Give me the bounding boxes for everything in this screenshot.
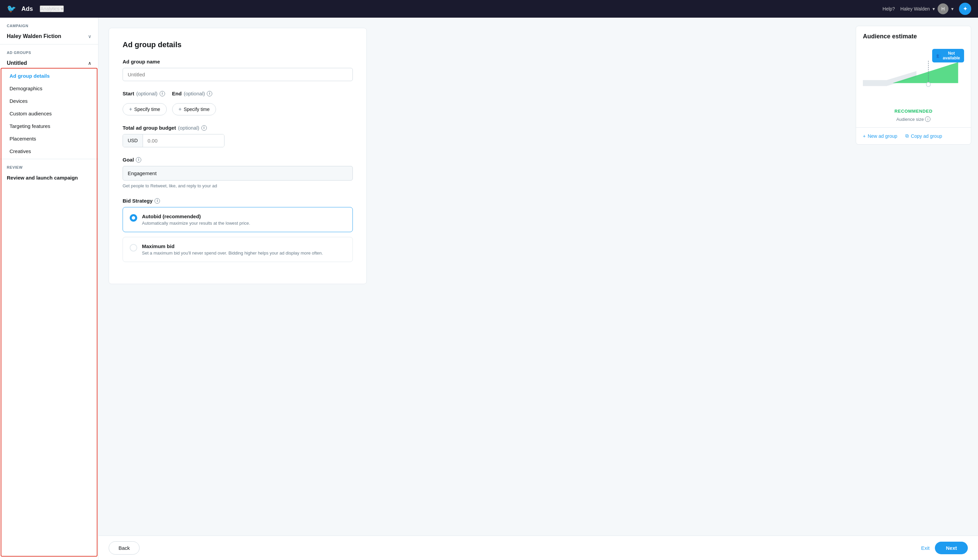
sidebar-nav-label: Creatives [10,148,31,154]
bid-strategy-info-icon[interactable]: i [155,198,160,203]
sidebar-item-ad-group-details[interactable]: Ad group details [0,70,98,82]
recommended-label: RECOMMENDED [863,108,964,114]
sidebar: CAMPAIGN Haley Walden Fiction ∨ AD GROUP… [0,18,98,560]
max-bid-title: Maximum bid [142,243,323,249]
sidebar-nav-label: Placements [10,136,36,142]
start-info-icon[interactable]: i [160,91,165,97]
compose-button[interactable]: ✦ [959,3,971,15]
new-ad-group-button[interactable]: + New ad group [863,133,897,139]
new-ad-group-label: New ad group [868,133,897,139]
sidebar-nav-label: Demographics [10,85,42,91]
sidebar-item-custom-audiences[interactable]: Custom audiences [0,107,98,120]
sidebar-nav-label: Devices [10,98,27,104]
end-specify-time-button[interactable]: + Specify time [172,103,216,115]
twitter-logo-icon: 🐦 [7,4,16,13]
app-name-label: Ads [22,5,33,13]
back-button[interactable]: Back [108,541,140,555]
campaign-name: Haley Walden Fiction [7,33,61,39]
sidebar-item-creatives[interactable]: Creatives [0,145,98,157]
copy-ad-group-label: Copy ad group [911,133,942,139]
main-content: Ad group details Ad group name Start (op… [98,18,849,560]
chevron-down-icon: ▾ [61,6,63,12]
analytics-dropdown-button[interactable]: Analytics ▾ [40,5,64,12]
max-bid-option[interactable]: Maximum bid Set a maximum bid you'll nev… [123,237,353,262]
budget-field: Total ad group budget (optional) i USD [123,125,353,147]
svg-point-4 [926,82,930,87]
autobid-radio [130,214,137,222]
recommended-row: RECOMMENDED [856,107,971,115]
page-layout: CAMPAIGN Haley Walden Fiction ∨ AD GROUP… [0,18,978,560]
budget-info-icon[interactable]: i [201,125,207,131]
ad-group-name: Untitled [7,60,27,66]
sidebar-item-review[interactable]: Review and launch campaign [0,172,98,184]
review-item-label: Review and launch campaign [7,175,78,180]
topnav-left: 🐦 Ads Analytics ▾ [7,4,64,13]
sidebar-item-devices[interactable]: Devices [0,95,98,107]
end-info-icon[interactable]: i [207,91,212,97]
user-menu[interactable]: Haley Walden ▾ H ▾ [900,3,953,14]
ad-groups-section-label: AD GROUPS [0,46,98,57]
audience-size-info-icon[interactable]: i [925,117,930,122]
audience-estimate-title: Audience estimate [856,26,971,40]
goal-label: Goal i [123,157,353,163]
audience-estimate-card: Audience estimate 👥 Notavailable [856,26,971,145]
plus-icon-3: + [863,133,866,139]
audience-size-label: Audience size [896,117,924,122]
start-specify-label: Specify time [134,107,160,112]
copy-icon: ⧉ [905,133,909,139]
help-link[interactable]: Help? [883,6,895,12]
chevron-down-icon: ▾ [933,6,935,12]
budget-input-row: USD [123,134,224,147]
sidebar-nav-label: Targeting features [10,123,50,129]
start-specify-time-button[interactable]: + Specify time [123,103,167,115]
not-available-badge: 👥 Notavailable [932,49,964,62]
sidebar-campaign-item[interactable]: Haley Walden Fiction ∨ [0,30,98,43]
sidebar-ad-group-header[interactable]: Untitled ∧ [0,57,98,70]
autobid-title: Autobid (recommended) [142,213,250,219]
goal-field: Goal i Engagement Get people to Retweet,… [123,157,353,188]
audience-actions: + New ad group ⧉ Copy ad group [856,127,971,144]
goal-select[interactable]: Engagement [123,166,353,180]
start-date-group: Start (optional) i + Specify time [123,91,167,115]
right-panel: Audience estimate 👥 Notavailable [849,18,978,560]
goal-info-icon[interactable]: i [136,157,141,163]
audience-chart-area: 👥 Notavailable [856,45,971,107]
people-icon: 👥 [936,53,941,58]
ad-group-name-input[interactable] [123,68,353,81]
footer-bar: Back Exit Next [98,535,978,560]
autobid-description: Automatically maximize your results at t… [142,221,250,226]
bid-strategy-label: Bid Strategy i [123,198,353,203]
radio-inner [132,216,135,220]
top-navigation: 🐦 Ads Analytics ▾ Help? Haley Walden ▾ H… [0,0,978,18]
sidebar-nav-label: Ad group details [10,73,50,79]
sidebar-item-demographics[interactable]: Demographics [0,82,98,95]
sidebar-divider [0,44,98,45]
sidebar-item-targeting-features[interactable]: Targeting features [0,120,98,132]
autobid-option[interactable]: Autobid (recommended) Automatically maxi… [123,207,353,232]
review-section-label: REVIEW [0,160,98,172]
bid-strategy-field: Bid Strategy i Autobid (recommended) Aut… [123,198,353,262]
campaign-section-label: CAMPAIGN [0,18,98,30]
ad-group-chevron-up-icon: ∧ [88,60,91,66]
avatar: H [938,3,948,14]
budget-currency-label: USD [123,134,143,147]
copy-ad-group-button[interactable]: ⧉ Copy ad group [905,133,942,139]
ad-group-name-field: Ad group name [123,59,353,81]
audience-size-row: Audience size i [856,115,971,127]
card-title: Ad group details [123,40,353,49]
topnav-right: Help? Haley Walden ▾ H ▾ ✦ [883,3,971,15]
budget-amount-input[interactable] [143,134,224,147]
analytics-label: Analytics [40,6,59,12]
max-bid-description: Set a maximum bid you'll never spend ove… [142,250,323,255]
exit-button[interactable]: Exit [921,545,930,551]
max-bid-radio [130,244,137,252]
sidebar-item-placements[interactable]: Placements [0,132,98,145]
campaign-chevron-down-icon: ∨ [88,33,91,39]
ad-group-details-card: Ad group details Ad group name Start (op… [108,28,367,284]
sidebar-divider-2 [0,159,98,159]
next-button[interactable]: Next [935,542,968,554]
autobid-text: Autobid (recommended) Automatically maxi… [142,213,250,226]
plus-icon: + [129,106,132,112]
budget-label: Total ad group budget (optional) i [123,125,353,131]
end-specify-label: Specify time [184,107,210,112]
